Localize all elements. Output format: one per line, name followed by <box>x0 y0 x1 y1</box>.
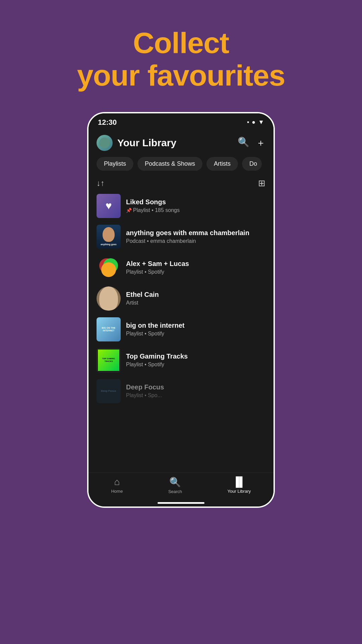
signal-icon: ▼ <box>258 119 264 126</box>
big-internet-text: BIG ON THE INTERNET <box>97 327 121 332</box>
battery-icon: ▪ <box>247 119 249 126</box>
hero-line1: Collect <box>77 27 285 59</box>
list-item[interactable]: Ethel Cain Artist <box>88 283 274 314</box>
search-label: Search <box>168 489 182 494</box>
emma-face <box>103 227 115 242</box>
library-icon: ▐▌ <box>233 477 246 487</box>
item-title: Deep Focus <box>126 383 265 391</box>
item-subtitle: Playlist • Spotify <box>126 331 265 337</box>
item-title: Liked Songs <box>126 198 265 206</box>
sort-icon[interactable]: ↓↑ <box>97 178 105 188</box>
item-artwork-gaming: TOP GAMING TRACKS <box>97 348 121 372</box>
item-info: Ethel Cain Artist <box>126 291 265 306</box>
item-info: Liked Songs 📌 Playlist • 185 songs <box>126 198 265 213</box>
item-title: anything goes with emma chamberlain <box>126 229 265 237</box>
gaming-text: TOP GAMING TRACKS <box>98 358 119 362</box>
nav-item-home[interactable]: ⌂ Home <box>111 477 123 494</box>
filter-podcasts[interactable]: Podcasts & Shows <box>137 157 202 171</box>
item-artwork-liked-songs <box>97 194 121 218</box>
wifi-icon: ● <box>252 119 255 126</box>
library-label: Your Library <box>228 489 251 494</box>
add-icon[interactable]: ＋ <box>256 137 265 149</box>
blend-circles <box>97 256 121 280</box>
item-artwork-ethel <box>97 286 121 311</box>
nav-item-search[interactable]: 🔍 Search <box>168 477 182 494</box>
item-title: Top Gaming Tracks <box>126 353 265 360</box>
status-icons: ▪ ● ▼ <box>247 119 264 126</box>
filter-chips: Playlists Podcasts & Shows Artists Do <box>88 154 274 175</box>
hero-section: Collect your favourites <box>77 0 285 92</box>
filter-artists[interactable]: Artists <box>206 157 238 171</box>
status-bar: 12:30 ▪ ● ▼ <box>88 113 274 129</box>
home-bar <box>158 502 204 504</box>
item-subtitle: Artist <box>126 300 265 306</box>
phone-frame: 12:30 ▪ ● ▼ Your Library 🔍 ＋ Playlists P… <box>87 112 275 508</box>
spotify-badge-icon: 📌 <box>126 208 132 213</box>
item-info: big on the internet Playlist • Spotify <box>126 322 265 337</box>
sort-row: ↓↑ ⊞ <box>88 175 274 191</box>
list-item[interactable]: BIG ON THE INTERNET big on the internet … <box>88 314 274 345</box>
home-label: Home <box>111 489 123 494</box>
item-subtitle: Playlist • Spotify <box>126 362 265 368</box>
nav-item-library[interactable]: ▐▌ Your Library <box>228 477 251 494</box>
item-artwork-emma: anything goes <box>97 225 121 249</box>
item-subtitle: Playlist • Spo... <box>126 392 265 398</box>
item-title: big on the internet <box>126 322 265 329</box>
filter-downloaded[interactable]: Do <box>242 157 262 171</box>
blend-circle-yellow <box>101 262 116 277</box>
search-nav-icon: 🔍 <box>169 477 181 488</box>
avatar-image <box>99 138 110 148</box>
library-header: Your Library 🔍 ＋ <box>88 129 274 154</box>
page-title: Your Library <box>117 137 176 149</box>
item-info: Deep Focus Playlist • Spo... <box>126 383 265 398</box>
item-artwork-deep-focus: Deep Focus <box>97 379 121 403</box>
item-info: anything goes with emma chamberlain Podc… <box>126 229 265 244</box>
filter-playlists[interactable]: Playlists <box>97 157 133 171</box>
library-list: Liked Songs 📌 Playlist • 185 songs anyth… <box>88 191 274 472</box>
item-info: Alex + Sam + Lucas Playlist • Spotify <box>126 260 265 275</box>
hero-line2: your favourites <box>77 59 285 92</box>
list-item[interactable]: Alex + Sam + Lucas Playlist • Spotify <box>88 252 274 283</box>
home-indicator <box>88 502 274 506</box>
item-subtitle: Playlist • Spotify <box>126 269 265 275</box>
status-time: 12:30 <box>98 118 117 127</box>
list-item[interactable]: Deep Focus Deep Focus Playlist • Spo... <box>88 376 274 407</box>
item-artwork-big-internet: BIG ON THE INTERNET <box>97 317 121 341</box>
grid-view-icon[interactable]: ⊞ <box>258 178 265 189</box>
emma-text: anything goes <box>101 243 116 246</box>
list-item[interactable]: TOP GAMING TRACKS Top Gaming Tracks Play… <box>88 345 274 376</box>
item-artwork-blend <box>97 256 121 280</box>
item-title: Ethel Cain <box>126 291 265 299</box>
list-item[interactable]: anything goes anything goes with emma ch… <box>88 221 274 252</box>
list-item[interactable]: Liked Songs 📌 Playlist • 185 songs <box>88 191 274 221</box>
item-title: Alex + Sam + Lucas <box>126 260 265 268</box>
gaming-inner: TOP GAMING TRACKS <box>98 350 119 371</box>
ethel-face <box>99 286 118 311</box>
item-subtitle: Podcast • emma chamberlain <box>126 238 265 244</box>
avatar[interactable] <box>97 135 113 151</box>
header-left: Your Library <box>97 135 176 151</box>
home-icon: ⌂ <box>114 477 120 487</box>
item-subtitle: 📌 Playlist • 185 songs <box>126 207 265 213</box>
header-actions: 🔍 ＋ <box>238 137 265 149</box>
item-info: Top Gaming Tracks Playlist • Spotify <box>126 353 265 368</box>
search-icon[interactable]: 🔍 <box>238 137 249 149</box>
bottom-nav: ⌂ Home 🔍 Search ▐▌ Your Library <box>88 472 274 502</box>
deep-focus-text: Deep Focus <box>101 389 116 392</box>
